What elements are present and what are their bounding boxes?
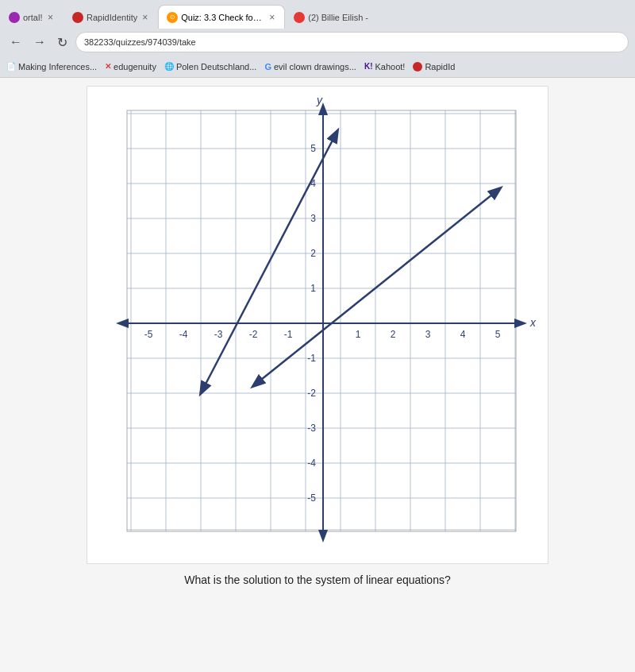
svg-text:2: 2 — [310, 248, 316, 259]
svg-text:-1: -1 — [307, 353, 316, 364]
google-icon: G — [264, 62, 271, 71]
edugenuity-icon: ✕ — [105, 62, 111, 71]
browser-chrome: ortal! × RapidIdentity × ⊙ Quiz: 3.3 Che… — [0, 0, 635, 78]
svg-text:1: 1 — [310, 283, 316, 294]
bookmark-kahoot-label: Kahoot! — [375, 62, 405, 71]
tab-quiz-label: Quiz: 3.3 Check for Understan… — [181, 13, 264, 22]
question-area: What is the solution to the system of li… — [184, 574, 450, 586]
svg-text:-2: -2 — [307, 388, 316, 399]
bookmark-inferences[interactable]: 📄 Making Inferences... — [6, 62, 97, 71]
svg-text:-5: -5 — [144, 329, 153, 340]
svg-text:4: 4 — [460, 329, 466, 340]
svg-text:3: 3 — [425, 329, 431, 340]
bookmarks-bar: 📄 Making Inferences... ✕ edugenuity 🌐 Po… — [0, 56, 635, 78]
reload-button[interactable]: ↻ — [54, 33, 71, 52]
inferences-icon: 📄 — [6, 62, 16, 71]
svg-text:-4: -4 — [307, 458, 316, 469]
svg-text:3: 3 — [310, 213, 316, 224]
bookmark-evil[interactable]: G evil clown drawings... — [264, 62, 356, 71]
graph-container: x y -5 -4 -3 -2 -1 1 2 3 4 5 5 4 — [87, 86, 548, 564]
polen-icon: 🌐 — [164, 62, 174, 71]
svg-text:2: 2 — [391, 329, 396, 340]
bookmark-evil-label: evil clown drawings... — [274, 62, 356, 71]
tab-portal[interactable]: ortal! × — [0, 5, 64, 29]
x-axis-label: x — [529, 316, 537, 329]
page-content: x y -5 -4 -3 -2 -1 1 2 3 4 5 5 4 — [0, 78, 635, 672]
back-button[interactable]: ← — [6, 33, 25, 51]
forward-button[interactable]: → — [30, 33, 49, 51]
rapid-tab-icon — [72, 12, 83, 23]
bookmark-inferences-label: Making Inferences... — [18, 62, 97, 71]
coordinate-graph: x y -5 -4 -3 -2 -1 1 2 3 4 5 5 4 — [95, 95, 540, 555]
tab-quiz[interactable]: ⊙ Quiz: 3.3 Check for Understan… × — [158, 5, 285, 29]
svg-text:1: 1 — [356, 329, 361, 340]
svg-text:5: 5 — [310, 143, 316, 154]
svg-text:-3: -3 — [307, 423, 316, 434]
svg-text:-3: -3 — [214, 329, 223, 340]
svg-text:-1: -1 — [284, 329, 293, 340]
address-text: 382233/quizzes/974039/take — [84, 37, 196, 47]
svg-text:-5: -5 — [307, 492, 316, 504]
portal-tab-icon — [9, 12, 20, 23]
tab-portal-label: ortal! — [23, 13, 42, 22]
quiz-tab-icon: ⊙ — [167, 12, 178, 23]
svg-text:-4: -4 — [179, 329, 188, 340]
address-bar-row: ← → ↻ 382233/quizzes/974039/take — [0, 29, 635, 56]
svg-text:-2: -2 — [249, 329, 258, 340]
billie-tab-icon — [294, 12, 305, 23]
bookmark-edugenuity-label: edugenuity — [114, 62, 156, 71]
tab-billie[interactable]: (2) Billie Eilish - — [285, 5, 377, 29]
question-text: What is the solution to the system of li… — [184, 574, 450, 586]
tab-billie-label: (2) Billie Eilish - — [308, 13, 368, 22]
bookmark-polen[interactable]: 🌐 Polen Deutschland... — [164, 62, 257, 71]
tab-rapid-label: RapidIdentity — [87, 13, 137, 22]
tab-rapid-close[interactable]: × — [140, 12, 149, 23]
svg-text:5: 5 — [495, 329, 501, 340]
tab-rapid[interactable]: RapidIdentity × — [64, 5, 158, 29]
svg-rect-0 — [127, 110, 516, 531]
rapidid-icon — [413, 62, 422, 71]
address-bar[interactable]: 382233/quizzes/974039/take — [75, 32, 629, 52]
tab-bar: ortal! × RapidIdentity × ⊙ Quiz: 3.3 Che… — [0, 0, 635, 29]
tab-quiz-close[interactable]: × — [267, 12, 276, 23]
tab-portal-close[interactable]: × — [46, 12, 55, 23]
bookmark-polen-label: Polen Deutschland... — [176, 62, 257, 71]
y-axis-label: y — [316, 95, 323, 106]
kahoot-icon: K! — [364, 62, 373, 71]
bookmark-kahoot[interactable]: K! Kahoot! — [364, 62, 405, 71]
bookmark-rapidid-label: RapidId — [425, 62, 455, 71]
bookmark-rapidid[interactable]: RapidId — [413, 62, 455, 71]
bookmark-edugenuity[interactable]: ✕ edugenuity — [105, 62, 156, 71]
